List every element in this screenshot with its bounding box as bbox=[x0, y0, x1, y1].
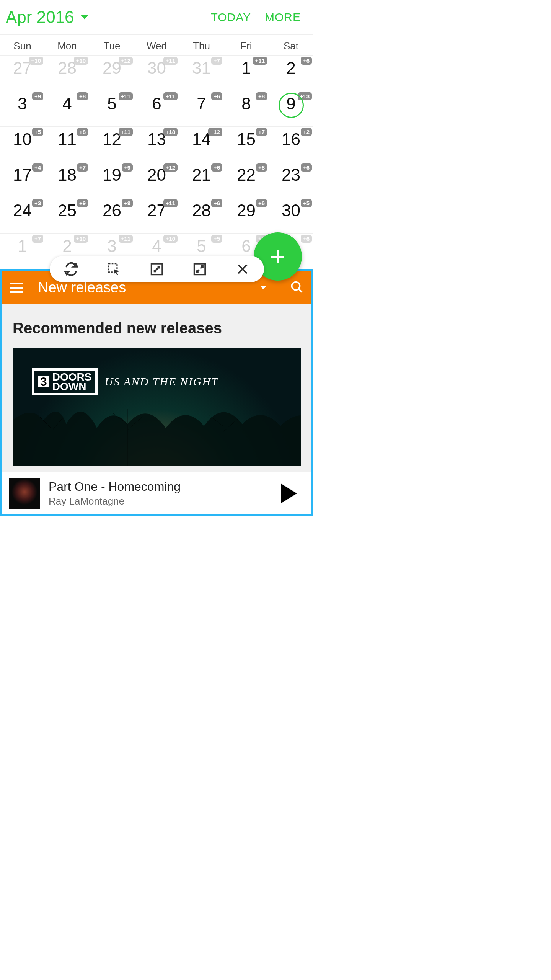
event-count-badge: +9 bbox=[77, 199, 88, 207]
minimize-button[interactable] bbox=[149, 261, 165, 277]
calendar-day[interactable]: 31+7 bbox=[179, 56, 224, 91]
play-button[interactable] bbox=[281, 483, 297, 503]
event-count-badge: +10 bbox=[74, 57, 88, 65]
menu-button[interactable] bbox=[10, 283, 23, 293]
event-count-badge: +6 bbox=[211, 199, 222, 207]
calendar-day[interactable]: 9+13 bbox=[269, 91, 313, 126]
calendar-day[interactable]: 19+9 bbox=[90, 162, 134, 198]
calendar-day[interactable]: 5+11 bbox=[90, 91, 134, 126]
calendar-day[interactable]: 26+9 bbox=[90, 198, 134, 233]
calendar-day[interactable]: 17+4 bbox=[0, 162, 45, 198]
event-count-badge: +6 bbox=[301, 235, 312, 243]
calendar-day[interactable]: 30+11 bbox=[134, 56, 179, 91]
day-number: 28 bbox=[192, 201, 211, 220]
select-button[interactable] bbox=[106, 261, 122, 277]
calendar-day[interactable]: 15+7 bbox=[224, 127, 269, 162]
recommended-title: Recommended new releases bbox=[13, 320, 301, 337]
day-number: 6 bbox=[152, 94, 161, 113]
close-toolbar-button[interactable] bbox=[235, 261, 251, 277]
band-name: DOORS DOWN bbox=[52, 372, 92, 391]
event-count-badge: +9 bbox=[32, 92, 43, 100]
day-number: 4 bbox=[152, 237, 161, 256]
event-count-badge: +5 bbox=[211, 235, 222, 243]
calendar-grid: 27+1028+1029+1230+1131+71+112+63+94+85+1… bbox=[0, 56, 313, 269]
track-artist: Ray LaMontagne bbox=[49, 495, 272, 507]
calendar-day[interactable]: 29+6 bbox=[224, 198, 269, 233]
dow-wed: Wed bbox=[134, 35, 179, 55]
calendar-day[interactable]: 23+6 bbox=[269, 162, 313, 198]
calendar-day[interactable]: 27+11 bbox=[134, 198, 179, 233]
event-count-badge: +2 bbox=[301, 128, 312, 136]
day-of-week-row: Sun Mon Tue Wed Thu Fri Sat bbox=[0, 34, 313, 56]
track-title: Part One - Homecoming bbox=[49, 480, 272, 494]
more-button[interactable]: MORE bbox=[258, 11, 308, 24]
calendar-week: 27+1028+1029+1230+1131+71+112+6 bbox=[0, 56, 313, 91]
calendar-day[interactable]: 22+8 bbox=[224, 162, 269, 198]
calendar-day[interactable]: 14+12 bbox=[179, 127, 224, 162]
day-number: 26 bbox=[103, 201, 121, 220]
calendar-day[interactable]: 27+10 bbox=[0, 56, 45, 91]
event-count-badge: +9 bbox=[122, 163, 133, 172]
refresh-button[interactable] bbox=[63, 261, 79, 277]
calendar-day[interactable]: 1+11 bbox=[224, 56, 269, 91]
dow-mon: Mon bbox=[45, 35, 90, 55]
calendar-day[interactable]: 25+9 bbox=[45, 198, 90, 233]
chevron-down-icon bbox=[80, 14, 90, 21]
today-button[interactable]: TODAY bbox=[204, 11, 258, 24]
now-playing-artwork bbox=[9, 478, 40, 509]
now-playing-text: Part One - Homecoming Ray LaMontagne bbox=[49, 480, 272, 507]
calendar-day[interactable]: 29+12 bbox=[90, 56, 134, 91]
event-count-badge: +6 bbox=[211, 163, 222, 172]
calendar-day[interactable]: 21+6 bbox=[179, 162, 224, 198]
event-count-badge: +5 bbox=[32, 128, 43, 136]
event-count-badge: +7 bbox=[77, 163, 88, 172]
band-number: 3 bbox=[38, 376, 49, 387]
day-number: 10 bbox=[13, 130, 32, 149]
calendar-day[interactable]: 8+8 bbox=[224, 91, 269, 126]
calendar-day[interactable]: 6+11 bbox=[134, 91, 179, 126]
event-count-badge: +11 bbox=[163, 199, 178, 207]
day-number: 1 bbox=[18, 237, 27, 256]
album-card[interactable]: 3 DOORS DOWN US AND THE NIGHT bbox=[13, 348, 301, 466]
calendar-day[interactable]: 7+6 bbox=[179, 91, 224, 126]
event-count-badge: +9 bbox=[122, 199, 133, 207]
calendar-day[interactable]: 3+9 bbox=[0, 91, 45, 126]
event-count-badge: +7 bbox=[211, 57, 222, 65]
now-playing-bar[interactable]: Part One - Homecoming Ray LaMontagne bbox=[2, 472, 311, 514]
calendar-day[interactable]: 2+6 bbox=[269, 56, 313, 91]
calendar-day[interactable]: 13+18 bbox=[134, 127, 179, 162]
event-count-badge: +3 bbox=[32, 199, 43, 207]
calendar-day[interactable]: 10+5 bbox=[0, 127, 45, 162]
calendar-day[interactable]: 16+2 bbox=[269, 127, 313, 162]
refresh-icon bbox=[64, 262, 78, 276]
select-icon bbox=[107, 262, 121, 276]
music-app-panel: New releases Recommended new releases 3 bbox=[0, 269, 313, 516]
calendar-day[interactable]: 20+12 bbox=[134, 162, 179, 198]
event-count-badge: +12 bbox=[208, 128, 222, 136]
day-number: 2 bbox=[286, 59, 295, 78]
day-number: 30 bbox=[282, 201, 300, 220]
month-picker[interactable]: Apr 2016 bbox=[6, 8, 90, 27]
search-button[interactable] bbox=[290, 280, 304, 296]
day-number: 4 bbox=[62, 94, 72, 113]
day-number: 24 bbox=[13, 201, 32, 220]
calendar-day[interactable]: 28+6 bbox=[179, 198, 224, 233]
close-icon bbox=[235, 262, 250, 276]
calendar-day[interactable]: 18+7 bbox=[45, 162, 90, 198]
day-number: 29 bbox=[237, 201, 256, 220]
day-number: 19 bbox=[103, 165, 121, 185]
maximize-button[interactable] bbox=[192, 261, 208, 277]
album-band-logo: 3 DOORS DOWN US AND THE NIGHT bbox=[32, 368, 218, 395]
calendar-day[interactable]: 24+3 bbox=[0, 198, 45, 233]
calendar-header: Apr 2016 TODAY MORE bbox=[0, 0, 313, 34]
calendar-day[interactable]: 1+7 bbox=[0, 234, 45, 269]
calendar-day[interactable]: 30+5 bbox=[269, 198, 313, 233]
calendar-day[interactable]: 11+8 bbox=[45, 127, 90, 162]
event-count-badge: +11 bbox=[119, 128, 133, 136]
calendar-day[interactable]: 28+10 bbox=[45, 56, 90, 91]
calendar-day[interactable]: 4+8 bbox=[45, 91, 90, 126]
calendar-day[interactable]: 12+11 bbox=[90, 127, 134, 162]
event-count-badge: +4 bbox=[32, 163, 43, 172]
dow-sat: Sat bbox=[269, 35, 313, 55]
event-count-badge: +7 bbox=[32, 235, 43, 243]
